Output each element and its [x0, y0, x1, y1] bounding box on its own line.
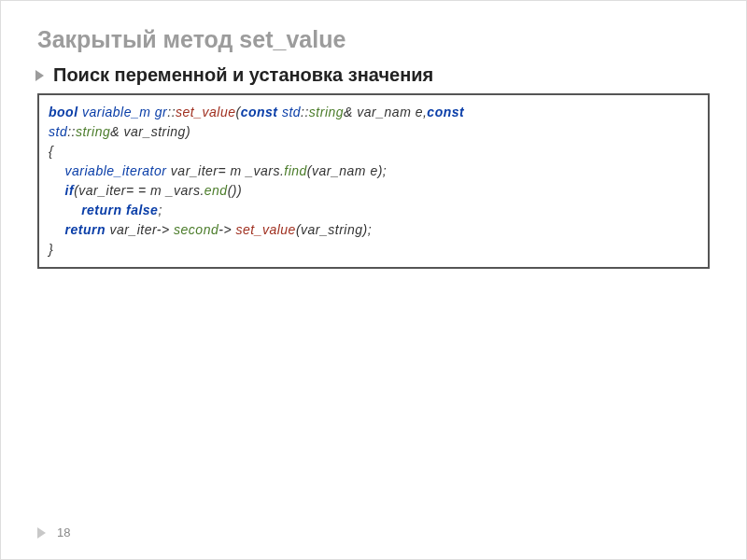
- footer-arrow-icon: [37, 527, 46, 539]
- code-text: & var_nam e,: [344, 105, 427, 119]
- code-text: var_iter= m _vars.: [171, 163, 284, 178]
- page-number: 18: [57, 525, 70, 539]
- code-text: (var_string);: [296, 222, 372, 237]
- cls-variable-mgr: variable_m gr: [82, 105, 167, 119]
- member-second: second: [174, 222, 218, 237]
- fn-end: end: [204, 183, 228, 198]
- code-text: ->: [218, 222, 235, 237]
- kw-return-1: return: [81, 203, 121, 217]
- code-text: (var_nam e);: [307, 163, 387, 178]
- slide-title: Закрытый метод set_value: [37, 26, 710, 53]
- slide-subtitle: Поиск переменной и установка значения: [53, 64, 433, 86]
- type-string-2: string: [76, 124, 110, 139]
- kw-bool: bool: [49, 105, 78, 119]
- code-text: (var_iter= = m _vars.: [74, 183, 204, 198]
- code-text: var_iter->: [106, 222, 174, 237]
- cls-std-2: std: [49, 124, 67, 139]
- type-variable-iterator: variable_iterator: [65, 163, 167, 178]
- kw-const-2: const: [427, 105, 464, 119]
- kw-const-1: const: [241, 105, 278, 119]
- bullet-arrow-icon: [35, 70, 44, 81]
- brace-close: }: [49, 242, 53, 257]
- slide: Закрытый метод set_value Поиск переменно…: [0, 0, 747, 560]
- kw-if: if: [65, 183, 75, 198]
- brace-open: {: [49, 144, 53, 159]
- subtitle-row: Поиск переменной и установка значения: [35, 64, 710, 86]
- fn-set-value: set_value: [176, 105, 235, 119]
- kw-return-2: return: [65, 222, 106, 237]
- fn-set-value-call: set_value: [235, 222, 295, 237]
- cls-std-1: std: [282, 105, 301, 119]
- footer: 18: [37, 525, 70, 539]
- type-string-1: string: [309, 105, 344, 119]
- code-text: ()): [228, 183, 243, 198]
- fn-find: find: [284, 163, 307, 178]
- code-block: bool variable_m gr::set_value(const std:…: [37, 93, 710, 269]
- code-text: & var_string): [110, 124, 190, 139]
- code-text: ;: [158, 203, 162, 217]
- kw-false: false: [122, 203, 159, 217]
